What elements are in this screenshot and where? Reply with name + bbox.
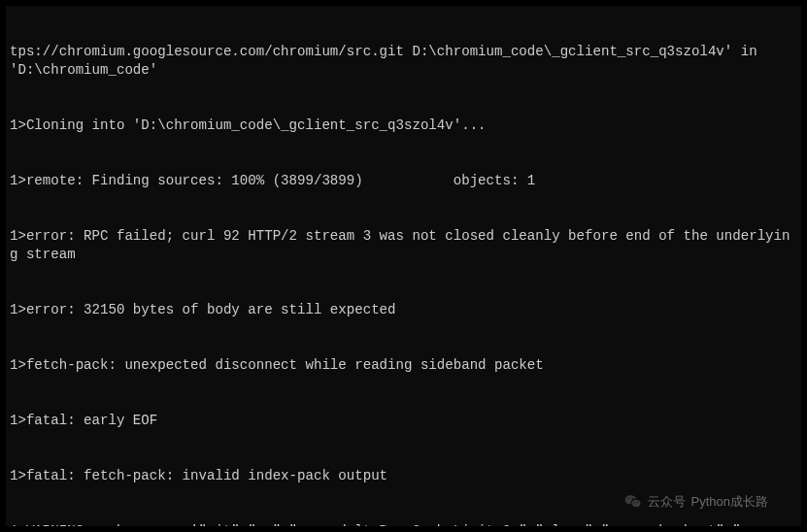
output-line: 1>WARNING: subprocess '"git" "-c" "core.… [10, 522, 797, 526]
output-line: 1>Cloning into 'D:\chromium_code\_gclien… [10, 116, 797, 135]
terminal-window: tps://chromium.googlesource.com/chromium… [0, 0, 807, 532]
output-line: 1>error: RPC failed; curl 92 HTTP/2 stre… [10, 227, 797, 264]
terminal-output[interactable]: tps://chromium.googlesource.com/chromium… [6, 6, 801, 526]
output-line: tps://chromium.googlesource.com/chromium… [10, 43, 797, 80]
output-line: 1>error: 32150 bytes of body are still e… [10, 301, 797, 319]
output-line: 1>fetch-pack: unexpected disconnect whil… [10, 356, 797, 375]
output-line: 1>remote: Finding sources: 100% (3899/38… [10, 172, 797, 190]
output-line: 1>fatal: fetch-pack: invalid index-pack … [10, 467, 797, 485]
output-line: 1>fatal: early EOF [10, 412, 797, 430]
